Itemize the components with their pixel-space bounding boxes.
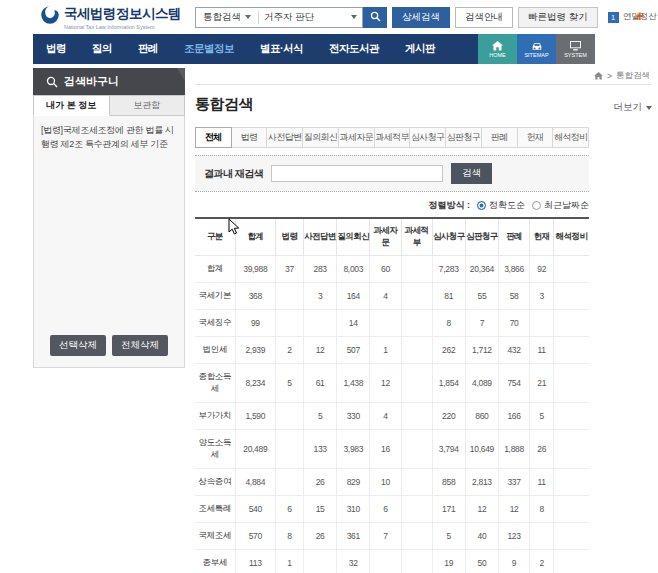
- search-scope-select[interactable]: 통합검색: [196, 11, 258, 24]
- sort-recent-radio[interactable]: 최근날짜순: [532, 199, 589, 212]
- shortcut-yearend[interactable]: 1 연말정산: [608, 11, 657, 23]
- system-button[interactable]: SYSTEM: [556, 34, 595, 64]
- row-label: 부가가치: [195, 403, 235, 430]
- category-tab-헌재[interactable]: 헌재: [517, 127, 554, 148]
- count-cell: [304, 550, 337, 573]
- category-tab-전체[interactable]: 전체: [195, 127, 232, 148]
- count-cell: 81: [432, 283, 465, 310]
- category-tab-과세자문[interactable]: 과세자문: [338, 127, 375, 148]
- nav-item-조문별정보[interactable]: 조문별정보: [171, 42, 247, 56]
- count-cell: 5: [432, 523, 465, 550]
- category-tab-질의회신[interactable]: 질의회신: [302, 127, 339, 148]
- count-cell: 5: [304, 403, 337, 430]
- radio-unselected-icon: [532, 201, 541, 210]
- category-tab-사전답변[interactable]: 사전답변: [266, 127, 303, 148]
- count-cell: 283: [304, 256, 337, 283]
- category-tabs: 전체법령사전답변질의회신과세자문과세적부심사청구심판청구판례헌재해석정비: [195, 127, 589, 148]
- count-cell: 1,590: [235, 403, 275, 430]
- count-cell: 8: [275, 523, 303, 550]
- count-cell: 4: [370, 283, 401, 310]
- count-cell: [554, 310, 589, 337]
- count-cell: 10: [370, 469, 401, 496]
- nav-item-판례[interactable]: 판례: [125, 42, 171, 56]
- count-cell: [554, 496, 589, 523]
- delete-selected-button[interactable]: 선택삭제: [50, 335, 106, 356]
- column-header-질의회신: 질의회신: [337, 218, 370, 256]
- quick-law-button[interactable]: 빠른법령 찾기: [518, 7, 598, 28]
- count-cell: [554, 469, 589, 496]
- count-cell: 14: [337, 310, 370, 337]
- nav-item-전자도서관[interactable]: 전자도서관: [316, 42, 392, 56]
- home-button[interactable]: HOME: [478, 34, 517, 64]
- category-tab-법령[interactable]: 법령: [231, 127, 268, 148]
- count-cell: [370, 550, 401, 573]
- column-header-과세적부: 과세적부: [401, 218, 432, 256]
- count-cell: 432: [498, 337, 529, 364]
- sidebar-tab-viewed[interactable]: 내가 본 정보: [33, 95, 110, 116]
- home-icon: [492, 41, 503, 51]
- table-row-국세기본: 국세기본368316448155583: [195, 283, 589, 310]
- category-tab-해석정비[interactable]: 해석정비: [552, 127, 589, 148]
- count-cell: 3,983: [337, 430, 370, 469]
- nav-item-법령[interactable]: 법령: [33, 42, 79, 56]
- search-input[interactable]: [259, 12, 351, 23]
- count-cell: 50: [465, 550, 498, 573]
- count-cell: 1: [275, 550, 303, 573]
- plus-icon[interactable]: +: [636, 8, 644, 24]
- search-guide-button[interactable]: 검색안내: [455, 7, 513, 28]
- count-cell: [554, 550, 589, 573]
- search-button[interactable]: [363, 7, 387, 28]
- main-content: > 통합검색 통합검색 더보기 전체법령사전답변질의회신과세자문과세적부심사청구…: [195, 68, 658, 573]
- category-tab-과세적부[interactable]: 과세적부: [374, 127, 411, 148]
- detail-search-button[interactable]: 상세검색: [392, 7, 450, 28]
- count-cell: [401, 283, 432, 310]
- count-cell: [401, 430, 432, 469]
- category-tab-판례[interactable]: 판례: [481, 127, 518, 148]
- count-cell: [401, 496, 432, 523]
- table-row-종합소득세: 종합소득세8,2345611,438121,8544,08975421: [195, 364, 589, 403]
- count-cell: [554, 403, 589, 430]
- research-label: 결과내 재검색: [204, 167, 263, 181]
- count-cell: 570: [235, 523, 275, 550]
- category-tab-심판청구[interactable]: 심판청구: [445, 127, 482, 148]
- more-button[interactable]: 더보기: [614, 101, 653, 114]
- viewed-item-link[interactable]: [법령]국제조세조정에 관한 법률 시행령 제2조 특수관계의 세부 기준: [34, 116, 184, 160]
- row-label: 종부세: [195, 550, 235, 573]
- category-tab-심사청구[interactable]: 심사청구: [409, 127, 446, 148]
- chevron-down-icon: [245, 15, 251, 19]
- breadcrumb-separator: >: [607, 71, 612, 81]
- column-header-구분: 구분: [195, 218, 235, 256]
- count-cell: 368: [235, 283, 275, 310]
- table-row-상속증여: 상속증여4,88426829108582,81333711: [195, 469, 589, 496]
- table-row-국세징수: 국세징수99148770: [195, 310, 589, 337]
- count-cell: 3,794: [432, 430, 465, 469]
- delete-all-button[interactable]: 전체삭제: [112, 335, 168, 356]
- sort-accuracy-radio[interactable]: 정확도순: [477, 199, 525, 212]
- column-header-심판청구: 심판청구: [465, 218, 498, 256]
- count-cell: 310: [337, 496, 370, 523]
- count-cell: 540: [235, 496, 275, 523]
- count-cell: 40: [465, 523, 498, 550]
- row-label: 국세징수: [195, 310, 235, 337]
- app-logo[interactable]: 국세법령정보시스템 National Tax Law Information S…: [40, 5, 181, 30]
- search-icon: [370, 10, 381, 25]
- count-cell: [275, 469, 303, 496]
- nav-item-게시판[interactable]: 게시판: [392, 42, 448, 56]
- chevron-down-icon[interactable]: [351, 15, 357, 19]
- nav-utility: HOME SITEMAP SYSTEM: [478, 34, 595, 64]
- count-cell: 337: [498, 469, 529, 496]
- breadcrumb-home-icon[interactable]: [594, 72, 603, 80]
- count-cell: 166: [498, 403, 529, 430]
- count-cell: [554, 430, 589, 469]
- sidebar-tab-saved[interactable]: 보관함: [110, 95, 186, 116]
- research-input[interactable]: [271, 165, 443, 182]
- count-cell: 262: [432, 337, 465, 364]
- sort-label: 정렬방식 :: [429, 199, 471, 212]
- row-label: 국세기본: [195, 283, 235, 310]
- count-cell: [401, 364, 432, 403]
- research-search-button[interactable]: 검색: [451, 163, 492, 184]
- nav-item-별표·서식[interactable]: 별표·서식: [247, 42, 316, 56]
- nav-item-질의[interactable]: 질의: [79, 42, 125, 56]
- sitemap-button[interactable]: SITEMAP: [517, 34, 556, 64]
- system-icon: [570, 41, 581, 51]
